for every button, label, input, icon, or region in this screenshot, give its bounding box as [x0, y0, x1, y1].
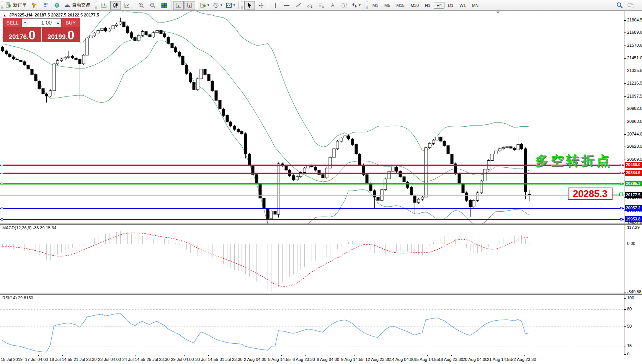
indicators-button[interactable]: ▼	[199, 1, 211, 10]
price-tick: 20744.0	[627, 132, 642, 136]
time-tick-mark	[233, 355, 233, 356]
hline-handle[interactable]	[1, 164, 3, 166]
hline-price-label: 19953.8	[625, 216, 642, 222]
buy-price-button[interactable]: 20199.0	[42, 28, 80, 42]
macd-pane-separator[interactable]	[0, 224, 642, 225]
time-tick-mark	[354, 355, 354, 356]
timeframe-w1[interactable]: W1	[457, 2, 469, 9]
label-tool-button[interactable]: T	[339, 1, 350, 10]
community-button[interactable]	[40, 1, 51, 10]
timeframe-h4[interactable]: H4	[434, 2, 444, 9]
hline-handle[interactable]	[620, 183, 622, 185]
timeframe-mn[interactable]: MN	[469, 2, 481, 9]
time-tick-mark	[87, 355, 87, 356]
chart-text-annotation[interactable]: 多空转折点	[535, 152, 612, 170]
sell-button[interactable]: SELL	[3, 18, 21, 27]
tile-windows-button[interactable]	[159, 1, 170, 10]
time-tick-mark	[62, 355, 63, 356]
crosshair-icon	[258, 2, 264, 8]
time-tick: 30 Jul 14:55	[195, 357, 218, 362]
time-tick-mark	[136, 355, 136, 356]
hline-handle[interactable]	[1, 207, 3, 209]
hline-handle[interactable]	[1, 183, 3, 185]
text-tool-icon: A	[330, 2, 336, 8]
periods-dropdown-caret[interactable]: ▼	[220, 3, 223, 7]
time-tick-mark	[14, 355, 14, 356]
signals-button[interactable]	[52, 1, 62, 10]
candlestick-chart-button[interactable]	[110, 1, 121, 10]
autotrade-button[interactable]: 自动交易	[63, 1, 91, 10]
hline-handle[interactable]	[1, 218, 3, 220]
arrows-tool-button[interactable]: ▼	[350, 1, 363, 10]
trendline-icon	[295, 2, 301, 8]
new-order-icon	[5, 2, 11, 8]
trendline-tool-button[interactable]	[293, 1, 304, 10]
price-callout-box[interactable]: 20285.3	[568, 188, 613, 200]
price-tick: 20863.0	[627, 119, 642, 124]
volume-decrease-button[interactable]: ▼	[22, 18, 28, 27]
bar-chart-button[interactable]	[99, 1, 109, 10]
vertical-line-icon	[272, 2, 278, 8]
horizontal-line-tool-button[interactable]	[281, 1, 292, 10]
text-tool-button[interactable]: A	[327, 1, 338, 10]
toolbar-separator	[197, 2, 197, 9]
toolbar-grip	[95, 2, 97, 9]
cursor-tool-button[interactable]	[244, 1, 255, 10]
macd-label: MACD(12,26,9) -38.39 15.34	[2, 225, 56, 230]
clock-icon	[213, 2, 219, 8]
svg-text:A: A	[331, 3, 334, 8]
timeframe-h1[interactable]: H1	[422, 2, 433, 9]
collapse-panel-arrow[interactable]: ▲	[3, 13, 7, 17]
time-axis[interactable]: 15 Jul 201917 Jul 04:0018 Jul 14:5521 Ju…	[0, 355, 642, 364]
periods-button[interactable]: ▼	[212, 1, 224, 10]
search-icon	[616, 2, 623, 8]
crosshair-tool-button[interactable]	[256, 1, 266, 10]
buy-button[interactable]: BUY	[62, 18, 80, 27]
timeframe-d1[interactable]: D1	[445, 2, 456, 9]
volume-input[interactable]: 1.00	[28, 18, 55, 27]
templates-dropdown-caret[interactable]: ▼	[233, 3, 236, 7]
indicators-dropdown-caret[interactable]: ▼	[207, 3, 210, 7]
hline-price-label: 20384.9	[625, 170, 642, 176]
templates-button[interactable]: ▼	[225, 1, 237, 10]
price-tick: 20982.0	[627, 106, 642, 111]
search-button[interactable]	[614, 1, 625, 10]
sell-price-button[interactable]: 20176.0	[3, 28, 42, 42]
new-order-button[interactable]: 新订单	[4, 1, 28, 10]
hline-segment	[0, 183, 624, 184]
price-axis[interactable]: 21804.521689.021570.021451.021335.521216…	[624, 11, 642, 355]
market-watch-button[interactable]	[29, 1, 39, 10]
timeframe-m30[interactable]: M30	[408, 2, 421, 9]
hline-segment	[0, 173, 624, 174]
volume-increase-button[interactable]: ▲	[55, 18, 61, 27]
line-chart-button[interactable]	[122, 1, 132, 10]
arrows-dropdown-caret[interactable]: ▼	[358, 3, 361, 7]
one-click-trade-panel: SELL ▼ 1.00 ▲ BUY 20176.0 20199.0	[3, 18, 80, 42]
buy-price-big-digit: 0	[67, 29, 74, 41]
hline-handle[interactable]	[620, 172, 622, 174]
timeframe-m15[interactable]: M15	[394, 2, 407, 9]
vertical-line-tool-button[interactable]	[270, 1, 281, 10]
zoom-in-button[interactable]	[136, 1, 147, 10]
toolbar-separator	[93, 2, 93, 9]
timeframe-m5[interactable]: M5	[382, 2, 393, 9]
chart-shift-button[interactable]	[185, 1, 195, 10]
toolbar-grip	[241, 2, 243, 9]
auto-scroll-button[interactable]	[173, 1, 184, 10]
time-tick: 15 Aug 14:55	[414, 357, 439, 362]
fibonacci-tool-button[interactable]: F	[316, 1, 327, 10]
rsi-pane-separator[interactable]	[0, 294, 642, 295]
hline-handle[interactable]	[620, 207, 622, 209]
main-toolbar: 新订单 自动交易	[0, 0, 642, 11]
zoom-out-button[interactable]	[147, 1, 158, 10]
label-tool-icon: T	[341, 2, 347, 8]
hline-handle[interactable]	[620, 164, 622, 166]
hline-handle[interactable]	[1, 172, 3, 174]
timeframe-m1[interactable]: M1	[370, 2, 381, 9]
rsi-tick-mark	[624, 326, 626, 327]
callout-line-handle[interactable]	[619, 193, 623, 196]
hline-handle[interactable]	[620, 218, 622, 220]
chat-button[interactable]	[626, 1, 636, 10]
channel-tool-button[interactable]: E	[304, 1, 315, 10]
chart-shift-marker	[496, 11, 500, 14]
